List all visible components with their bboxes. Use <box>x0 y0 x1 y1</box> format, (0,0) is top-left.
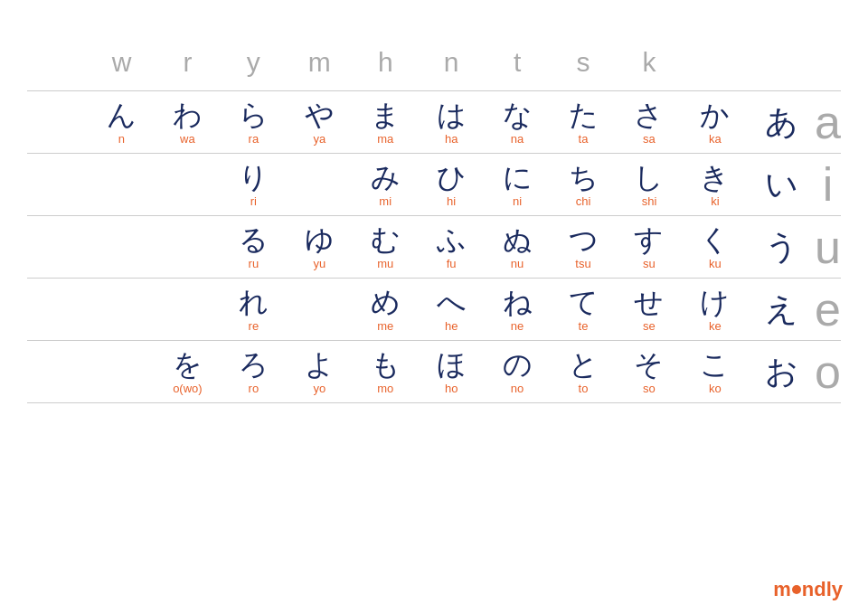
kana-cell: めme <box>353 279 419 341</box>
vowel-kana-cell: う <box>748 216 815 279</box>
romaji-text: so <box>617 383 683 394</box>
star-cell <box>27 279 89 341</box>
vowel-kana-char: い <box>748 166 815 203</box>
kana-char: に <box>485 162 551 194</box>
kana-char: か <box>682 99 748 131</box>
col-header-h: h <box>353 42 419 91</box>
kana-char: ゆ <box>287 224 353 256</box>
kana-char: り <box>221 162 287 194</box>
table-row: るruゆyuむmuふfuぬnuつtsuすsuくkuうu <box>27 216 841 279</box>
kana-cell: りri <box>221 154 287 216</box>
vowel-kana-cell: え <box>748 279 815 341</box>
romaji-text: mu <box>353 258 419 269</box>
romaji-text: to <box>551 383 617 394</box>
romaji-text: ne <box>485 320 551 332</box>
table-body: んnわwaらraやyaまmaはhaなnaたtaさsaかkaあaりriみmiひhi… <box>27 91 841 403</box>
romaji-text: ha <box>419 133 485 145</box>
kana-cell: るru <box>221 216 287 279</box>
table-row: れreめmeへheねneてteせseけkeえe <box>27 279 841 341</box>
romaji-text: n <box>89 133 155 145</box>
romaji-text: ko <box>682 383 748 394</box>
romaji-text: te <box>551 320 617 332</box>
star-cell <box>27 154 89 216</box>
romaji-text: ka <box>682 133 748 145</box>
header-row: w r y m h n t s k <box>27 42 841 91</box>
kana-char: さ <box>617 99 683 131</box>
vowel-letter-char: i <box>823 158 834 211</box>
kana-char: そ <box>617 349 683 381</box>
kana-cell: しshi <box>617 154 683 216</box>
kana-cell: ねne <box>485 279 551 341</box>
kana-cell: とto <box>551 341 617 403</box>
kana-char: ん <box>89 99 155 131</box>
table-row: んnわwaらraやyaまmaはhaなnaたtaさsaかkaあa <box>27 91 841 154</box>
kana-cell: かka <box>682 91 748 154</box>
kana-cell: つtsu <box>551 216 617 279</box>
romaji-text: wa <box>155 133 221 145</box>
kana-char: れ <box>221 287 287 318</box>
kana-cell: ほho <box>419 341 485 403</box>
romaji-text: shi <box>617 195 683 207</box>
vowel-letter-cell: o <box>815 341 841 403</box>
kana-cell: らra <box>221 91 287 154</box>
kana-cell: へhe <box>419 279 485 341</box>
romaji-text: ya <box>287 133 353 145</box>
kana-cell <box>89 341 155 403</box>
kana-char: は <box>419 99 485 131</box>
kana-cell: をo(wo) <box>155 341 221 403</box>
kana-cell: のno <box>485 341 551 403</box>
kana-char: も <box>353 349 419 381</box>
kana-cell: くku <box>682 216 748 279</box>
romaji-text: yo <box>287 383 353 394</box>
kana-char: せ <box>617 287 683 318</box>
kana-cell: すsu <box>617 216 683 279</box>
table-row: りriみmiひhiにniちchiしshiきkiいi <box>27 154 841 216</box>
col-header-t: t <box>485 42 551 91</box>
vowel-kana-char: う <box>748 229 815 265</box>
kana-cell: ろro <box>221 341 287 403</box>
kana-char: く <box>682 224 748 256</box>
romaji-text: ni <box>485 195 551 207</box>
romaji-text: me <box>353 320 419 332</box>
romaji-text: ho <box>419 383 485 394</box>
col-header-n: n <box>419 42 485 91</box>
kana-cell: まma <box>353 91 419 154</box>
kana-char: ら <box>221 99 287 131</box>
table-row: をo(wo)ろroよyoもmoほhoのnoとtoそsoこkoおo <box>27 341 841 403</box>
kana-cell: けke <box>682 279 748 341</box>
kana-cell: こko <box>682 341 748 403</box>
vowel-letter-cell: u <box>815 216 841 279</box>
kana-char: を <box>155 349 221 381</box>
vowel-letter-char: a <box>815 96 841 148</box>
romaji-text: chi <box>551 195 617 207</box>
kana-cell: ふfu <box>419 216 485 279</box>
col-header-vowel-letter <box>748 42 815 91</box>
vowel-kana-char: お <box>748 354 815 390</box>
romaji-text: o(wo) <box>155 383 221 394</box>
kana-cell: ひhi <box>419 154 485 216</box>
romaji-text: yu <box>287 258 353 269</box>
kana-char: む <box>353 224 419 256</box>
romaji-text: se <box>617 320 683 332</box>
kana-cell: よyo <box>287 341 353 403</box>
kana-char: ま <box>353 99 419 131</box>
romaji-text: ru <box>221 258 287 269</box>
romaji-text: ku <box>682 258 748 269</box>
kana-cell: なna <box>485 91 551 154</box>
kana-char: ぬ <box>485 224 551 256</box>
vowel-letter-char: e <box>815 283 841 335</box>
romaji-text: ki <box>682 195 748 207</box>
romaji-text: mi <box>353 195 419 207</box>
romaji-text: na <box>485 133 551 145</box>
kana-char: き <box>682 162 748 194</box>
romaji-text: ta <box>551 133 617 145</box>
kana-cell <box>155 279 221 341</box>
vowel-kana-char: あ <box>748 104 815 140</box>
kana-char: ふ <box>419 224 485 256</box>
kana-char: ち <box>551 162 617 194</box>
kana-char: し <box>617 162 683 194</box>
kana-cell: みmi <box>353 154 419 216</box>
kana-char: へ <box>419 287 485 318</box>
kana-cell: てte <box>551 279 617 341</box>
kana-cell: たta <box>551 91 617 154</box>
